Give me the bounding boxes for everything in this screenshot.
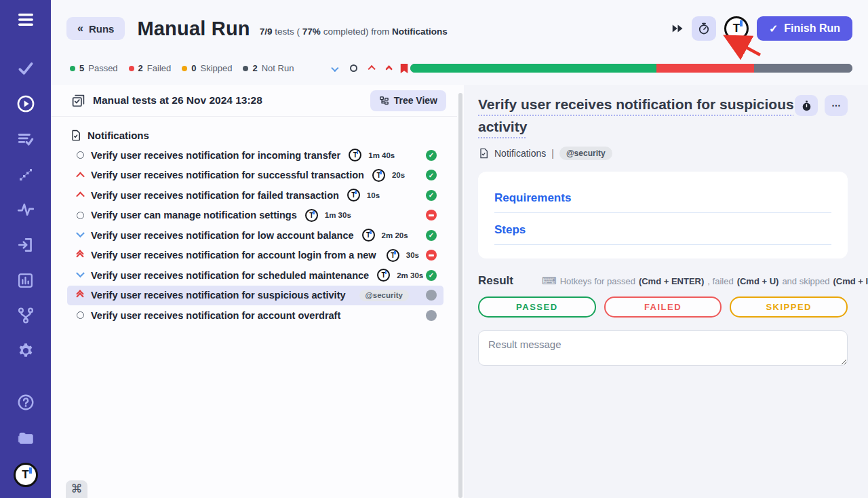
test-row[interactable]: Verify user can manage notification sett…	[67, 206, 443, 226]
priority-icon	[75, 290, 85, 300]
back-to-runs-label: Runs	[89, 23, 115, 35]
failed-dot-icon	[129, 66, 134, 71]
checklist-icon	[71, 94, 85, 108]
test-row[interactable]: Verify user receives notification for sc…	[67, 265, 443, 286]
top-bar: « Runs Manual Run 7/9 tests ( 77% comple…	[51, 0, 868, 57]
tree-view-button[interactable]: Tree View	[370, 90, 446, 111]
double-chevron-up-icon[interactable]	[382, 64, 392, 73]
test-duration: 2m 20s	[382, 231, 408, 240]
app-logo[interactable]: T	[14, 463, 38, 487]
skipped-count: 0Skipped	[182, 63, 232, 73]
test-row[interactable]: Verify user receives notification for fa…	[67, 185, 443, 206]
progress-notrun-segment	[754, 64, 852, 73]
folder-icon[interactable]	[16, 427, 36, 448]
test-row[interactable]: Verify user receives notification for in…	[67, 145, 443, 166]
test-title: Verify user receives notification for ac…	[91, 310, 340, 321]
detail-timer-button[interactable]	[795, 95, 818, 116]
list-check-icon[interactable]	[16, 129, 36, 149]
file-check-icon	[478, 148, 489, 159]
help-icon[interactable]	[16, 392, 36, 413]
priority-icon	[75, 170, 85, 180]
stairs-icon[interactable]	[16, 164, 36, 185]
main-area: « Runs Manual Run 7/9 tests ( 77% comple…	[51, 0, 868, 498]
test-row[interactable]: Verify user receives notification for su…	[67, 166, 443, 186]
priority-icon	[75, 210, 85, 220]
test-list-panel: Manual tests at 26 Nov 2024 13:28 Tree V…	[51, 85, 457, 498]
stopwatch-icon	[801, 100, 812, 112]
check-icon: ✓	[769, 22, 778, 35]
passed-count: 5Passed	[70, 63, 118, 73]
test-duration: 2m 30s	[397, 271, 423, 280]
check-icon[interactable]	[16, 58, 36, 79]
steps-section[interactable]: Steps	[494, 223, 831, 245]
test-list-header: Manual tests at 26 Nov 2024 13:28 Tree V…	[51, 85, 457, 117]
security-tag[interactable]: @security	[559, 147, 612, 160]
priority-filters	[332, 64, 409, 73]
chevron-down-icon[interactable]	[332, 64, 341, 73]
command-key-button[interactable]: ⌘	[66, 480, 87, 498]
test-title: Verify user receives notification for ac…	[91, 250, 376, 261]
fast-forward-icon[interactable]	[672, 24, 684, 33]
status-icon	[426, 290, 437, 301]
passed-button[interactable]: PASSED	[478, 296, 596, 318]
breadcrumb-group[interactable]: Notifications	[494, 148, 546, 159]
test-tag: @security	[359, 290, 409, 301]
status-icon	[426, 270, 437, 281]
list-scrollbar[interactable]	[457, 85, 464, 498]
timer-mode-button[interactable]	[692, 16, 716, 41]
progress-passed-segment	[410, 64, 656, 73]
file-check-icon	[70, 130, 81, 141]
test-row[interactable]: Verify user receives notification for lo…	[67, 225, 443, 246]
test-row-selected[interactable]: Verify user receives notification for su…	[67, 286, 443, 306]
result-heading: Result	[478, 274, 513, 288]
status-icon	[426, 190, 437, 201]
import-icon[interactable]	[16, 235, 36, 255]
notrun-count: 2Not Run	[243, 63, 294, 73]
gear-icon[interactable]	[16, 341, 36, 361]
bookmark-icon[interactable]	[399, 64, 409, 73]
test-title: Verify user receives notification for fa…	[91, 190, 339, 201]
status-icon	[426, 250, 437, 261]
progress-failed-segment	[656, 64, 755, 73]
priority-icon	[75, 271, 85, 280]
detail-title[interactable]: Verify user receives notification for su…	[478, 93, 795, 138]
requirements-section[interactable]: Requirements	[494, 191, 831, 213]
result-message-input[interactable]	[478, 330, 848, 366]
priority-icon	[75, 250, 85, 260]
test-row[interactable]: Verify user receives notification for ac…	[67, 305, 443, 326]
circle-icon[interactable]	[349, 64, 358, 73]
tree-icon	[379, 96, 389, 106]
menu-icon[interactable]	[16, 9, 36, 30]
branch-icon[interactable]	[16, 305, 36, 326]
page-title: Manual Run	[137, 18, 250, 40]
finish-run-button[interactable]: ✓ Finish Run	[757, 16, 852, 41]
back-to-runs-button[interactable]: « Runs	[66, 17, 125, 40]
chevron-up-icon[interactable]	[366, 64, 375, 73]
test-duration: 20s	[392, 171, 405, 179]
more-options-button[interactable]: ⋯	[825, 95, 848, 116]
ellipsis-icon: ⋯	[831, 100, 840, 111]
testomat-logo-icon: T	[305, 209, 318, 222]
run-title: Manual tests at 26 Nov 2024 13:28	[93, 94, 262, 107]
test-title: Verify user receives notification for lo…	[91, 230, 354, 241]
test-list: Notifications Verify user receives notif…	[51, 117, 457, 326]
hotkeys-hint: ⌨ Hotkeys for passed(Cmd + ENTER) , fail…	[542, 275, 868, 287]
bar-chart-icon[interactable]	[16, 270, 36, 290]
detail-breadcrumb: Notifications | @security	[478, 147, 848, 160]
scrollbar-thumb[interactable]	[458, 93, 462, 498]
run-progress-bar[interactable]	[410, 64, 852, 73]
skipped-button[interactable]: SKIPPED	[730, 296, 848, 318]
failed-button[interactable]: FAILED	[604, 296, 722, 318]
testomat-logo-icon: T	[372, 169, 385, 182]
test-duration: 30s	[406, 251, 419, 259]
test-row[interactable]: Verify user receives notification for ac…	[67, 246, 443, 266]
status-bar: 5Passed 2Failed 0Skipped 2Not Run	[51, 57, 868, 85]
test-title: Verify user receives notification for sc…	[91, 270, 369, 281]
user-logo-avatar[interactable]: T	[724, 16, 749, 41]
testomat-logo-icon: T	[387, 249, 399, 262]
test-title: Verify user receives notification for in…	[91, 150, 340, 161]
pulse-icon[interactable]	[16, 199, 36, 220]
suite-group-notifications[interactable]: Notifications	[51, 125, 457, 145]
stopwatch-icon	[697, 22, 711, 35]
play-circle-icon[interactable]	[16, 94, 36, 114]
